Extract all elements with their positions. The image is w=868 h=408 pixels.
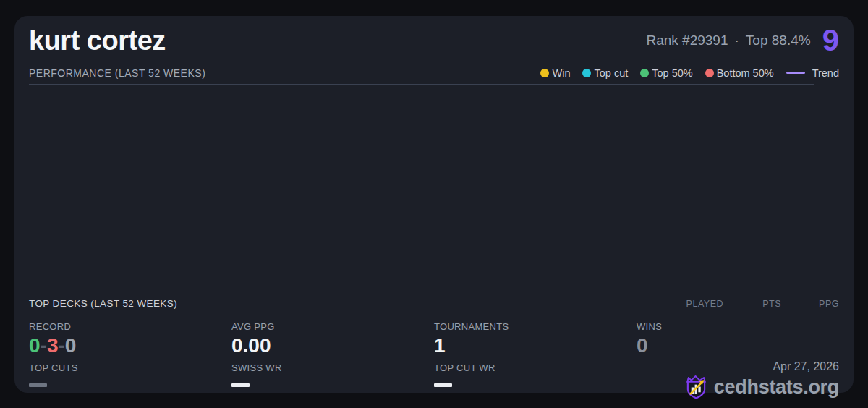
stat-label: SWISS WR	[231, 363, 434, 373]
record-separator: -	[41, 334, 47, 357]
tournaments-value: 1	[434, 335, 637, 357]
record-value: 0-3-0	[29, 335, 231, 357]
legend-item-bottom-50: Bottom 50%	[705, 67, 774, 79]
player-name: kurt cortez	[29, 25, 166, 56]
chart-legend: Win Top cut Top 50% Bottom 50% Trend	[540, 67, 839, 79]
legend-item-win: Win	[540, 67, 570, 79]
card-header: kurt cortez Rank #29391 · Top 88.4% 9	[29, 16, 839, 61]
stat-avg-ppg: AVG PPG 0.00	[231, 322, 434, 357]
column-header-ppg: PPG	[781, 299, 839, 309]
stat-tournaments: TOURNAMENTS 1	[434, 322, 637, 357]
legend-label: Win	[552, 67, 570, 79]
wins-value: 0	[637, 335, 839, 357]
brand-text: cedhstats.org	[714, 376, 839, 399]
empty-value-dash	[29, 383, 47, 387]
performance-heading: PERFORMANCE (LAST 52 WEEKS)	[29, 67, 205, 79]
stat-label: WINS	[637, 322, 839, 332]
performance-header: PERFORMANCE (LAST 52 WEEKS) Win Top cut …	[29, 61, 839, 84]
trend-line-icon	[786, 72, 805, 74]
footer: Apr 27, 2026 cedhstats.org	[637, 360, 839, 399]
brand: cedhstats.org	[685, 375, 839, 399]
stats-grid: RECORD 0-3-0 AVG PPG 0.00 TOURNAMENTS 1 …	[29, 322, 839, 399]
top-decks-columns: PLAYED PTS PPG	[665, 299, 839, 309]
rank-number: Rank #29391	[646, 33, 728, 48]
win-dot-icon	[540, 69, 549, 77]
performance-chart-area	[29, 85, 839, 294]
rank-percentile: Top 88.4%	[746, 33, 811, 48]
column-header-pts: PTS	[723, 299, 781, 309]
empty-value-dash	[434, 383, 452, 387]
stat-label: TOURNAMENTS	[434, 322, 637, 332]
legend-item-top-50: Top 50%	[640, 67, 692, 79]
stat-label: AVG PPG	[231, 322, 434, 332]
top-decks-header: TOP DECKS (LAST 52 WEEKS) PLAYED PTS PPG	[29, 294, 839, 313]
header-rank-group: Rank #29391 · Top 88.4% 9	[646, 25, 839, 56]
top-decks-heading: TOP DECKS (LAST 52 WEEKS)	[29, 298, 177, 309]
stat-swiss-wr: SWISS WR	[231, 363, 434, 399]
top-cut-dot-icon	[582, 69, 591, 77]
legend-item-trend: Trend	[786, 67, 839, 79]
legend-label: Top 50%	[652, 67, 692, 79]
date-text: Apr 27, 2026	[773, 360, 839, 373]
stat-record: RECORD 0-3-0	[29, 322, 231, 357]
score-badge: 9	[822, 25, 839, 56]
column-header-played: PLAYED	[665, 299, 723, 309]
empty-value-dash	[231, 383, 250, 387]
rank-separator-dot: ·	[735, 33, 739, 48]
rank-text: Rank #29391 · Top 88.4%	[646, 33, 810, 48]
cedhstats-logo-icon	[685, 375, 707, 399]
stat-top-cuts: TOP CUTS	[29, 363, 231, 399]
stat-top-cut-wr: TOP CUT WR	[434, 363, 637, 399]
record-separator: -	[58, 334, 64, 357]
player-stats-card: kurt cortez Rank #29391 · Top 88.4% 9 PE…	[14, 16, 854, 393]
bottom-50-dot-icon	[705, 69, 714, 77]
legend-label: Top cut	[594, 67, 628, 79]
legend-label: Bottom 50%	[717, 67, 774, 79]
record-wins: 0	[29, 334, 41, 357]
top-50-dot-icon	[640, 69, 649, 77]
stat-label: TOP CUTS	[29, 363, 231, 373]
stat-wins: WINS 0	[637, 322, 839, 357]
legend-item-top-cut: Top cut	[582, 67, 628, 79]
avg-ppg-value: 0.00	[231, 335, 434, 357]
record-draws: 0	[65, 334, 77, 357]
stat-label: RECORD	[29, 322, 231, 332]
record-losses: 3	[47, 334, 59, 357]
legend-label: Trend	[812, 67, 839, 79]
stat-label: TOP CUT WR	[434, 363, 637, 373]
